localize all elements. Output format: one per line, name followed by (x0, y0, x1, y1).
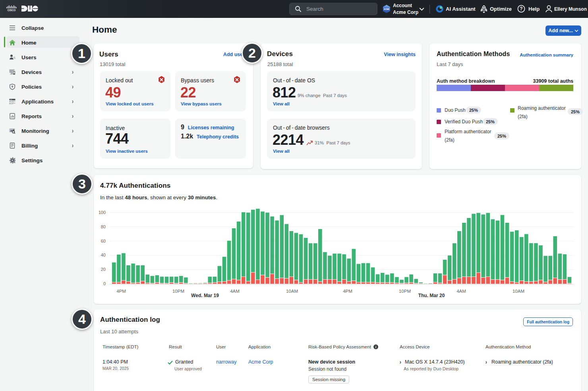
svg-text:4AM: 4AM (230, 289, 240, 294)
svg-text:0: 0 (103, 281, 106, 286)
svg-text:10AM: 10AM (513, 289, 524, 294)
svg-text:10PM: 10PM (399, 289, 411, 294)
svg-text:CISCO: CISCO (8, 9, 16, 12)
svg-text:4PM: 4PM (343, 289, 352, 294)
svg-text:60: 60 (101, 239, 106, 243)
svg-text:10PM: 10PM (172, 289, 184, 294)
svg-text:10AM: 10AM (286, 289, 298, 294)
svg-text:4AM: 4AM (456, 289, 466, 294)
svg-text:100: 100 (99, 210, 106, 215)
svg-text:Wed. Mar 19: Wed. Mar 19 (191, 293, 219, 298)
svg-text:?: ? (520, 6, 522, 12)
svg-text:20: 20 (101, 267, 106, 272)
svg-text:4PM: 4PM (116, 289, 126, 294)
svg-text:80: 80 (101, 224, 106, 229)
svg-text:Thu. Mar 20: Thu. Mar 20 (418, 293, 445, 298)
svg-text:40: 40 (101, 253, 106, 257)
